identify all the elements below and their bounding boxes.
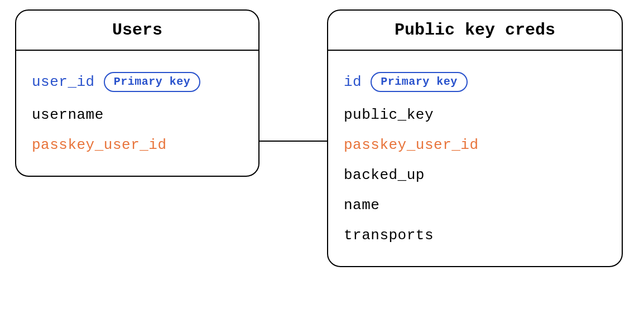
primary-key-badge: Primary key [104, 72, 201, 92]
field-name: passkey_user_id [344, 138, 479, 152]
field-row: username [32, 100, 243, 130]
field-row: passkey_user_id [344, 130, 606, 160]
relationship-line [259, 141, 327, 142]
entity-users: Users user_id Primary key username passk… [15, 9, 259, 177]
entity-users-body: user_id Primary key username passkey_use… [16, 51, 258, 176]
field-row: public_key [344, 100, 606, 130]
field-row: transports [344, 220, 606, 250]
entity-creds-title: Public key creds [328, 11, 622, 51]
field-row: passkey_user_id [32, 130, 243, 160]
field-row: id Primary key [344, 64, 606, 100]
field-name: user_id [32, 75, 95, 89]
field-name: passkey_user_id [32, 138, 167, 152]
field-row: name [344, 190, 606, 220]
field-name: id [344, 75, 362, 89]
entity-creds-body: id Primary key public_key passkey_user_i… [328, 51, 622, 266]
primary-key-badge: Primary key [371, 72, 468, 92]
field-name: public_key [344, 108, 434, 122]
field-name: username [32, 108, 104, 122]
field-name: transports [344, 228, 434, 243]
entity-users-title: Users [16, 11, 258, 51]
field-name: backed_up [344, 168, 425, 182]
field-row: backed_up [344, 160, 606, 190]
entity-public-key-creds: Public key creds id Primary key public_k… [327, 9, 623, 267]
field-row: user_id Primary key [32, 64, 243, 100]
field-name: name [344, 198, 379, 212]
